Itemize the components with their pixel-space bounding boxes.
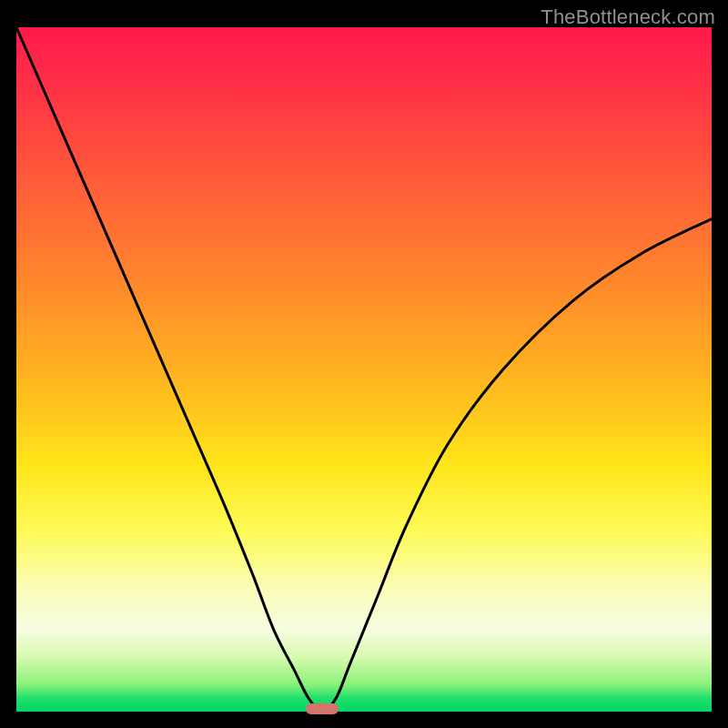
watermark-text: TheBottleneck.com: [541, 5, 715, 29]
chart-frame: TheBottleneck.com: [0, 0, 728, 728]
bottleneck-curve: [16, 27, 712, 712]
minimum-marker: [306, 703, 339, 714]
curve-layer: [16, 27, 712, 712]
plot-area: [16, 27, 712, 712]
